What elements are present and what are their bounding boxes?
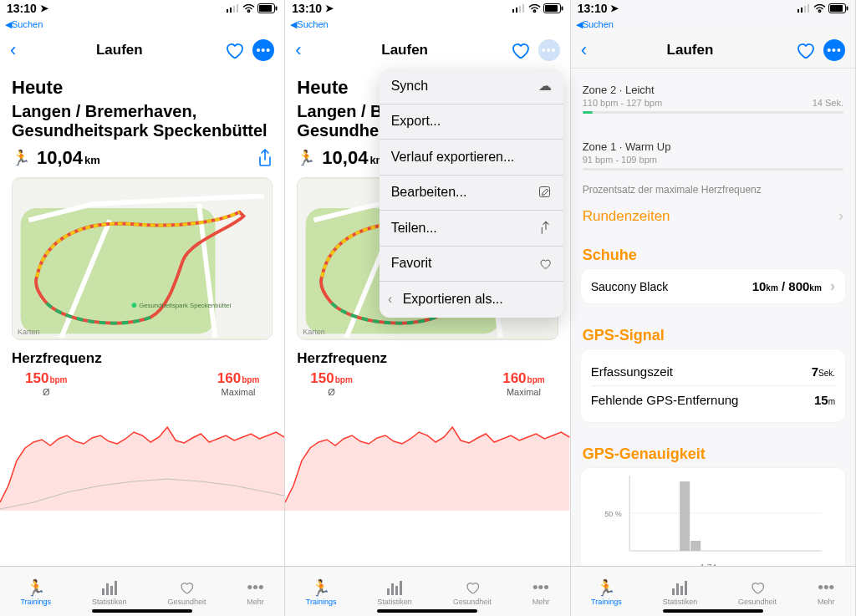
bars-icon bbox=[101, 578, 118, 597]
back-button[interactable]: ‹ bbox=[581, 39, 587, 61]
menu-sync[interactable]: Synch☁︎ bbox=[380, 69, 563, 104]
zone-2: Zone 2 · Leicht 110 bpm - 127 bpm14 Sek. bbox=[581, 79, 845, 115]
tab-more[interactable]: •••Mehr bbox=[532, 578, 550, 606]
nav-bar: ‹ Laufen ••• bbox=[0, 32, 284, 69]
more-button[interactable]: ••• bbox=[823, 39, 845, 61]
tab-trainings[interactable]: 🏃Trainings bbox=[591, 578, 622, 606]
cloud-download-icon: ☁︎ bbox=[538, 78, 552, 94]
nav-bar: ‹ Laufen ••• bbox=[285, 32, 569, 69]
tab-health[interactable]: Gesundheit bbox=[167, 578, 206, 606]
heart-icon bbox=[795, 40, 815, 60]
tab-more[interactable]: •••Mehr bbox=[247, 578, 264, 606]
favorite-button[interactable] bbox=[222, 38, 246, 62]
tab-stats[interactable]: Statistiken bbox=[663, 578, 698, 606]
tab-stats[interactable]: Statistiken bbox=[377, 578, 412, 606]
svg-rect-18 bbox=[522, 4, 524, 13]
menu-share[interactable]: Teilen... bbox=[380, 211, 563, 247]
svg-rect-0 bbox=[227, 9, 228, 13]
svg-rect-27 bbox=[391, 583, 394, 595]
status-bar: 13:10➤ bbox=[285, 0, 569, 17]
svg-text:50 %: 50 % bbox=[604, 510, 622, 518]
status-time: 13:10 bbox=[7, 2, 37, 15]
signal-icon bbox=[797, 4, 811, 13]
location-arrow-icon: ➤ bbox=[325, 3, 334, 14]
battery-icon bbox=[828, 3, 848, 13]
screen-popover: 13:10➤ ◀ Suchen ‹ Laufen ••• Heute Lange… bbox=[285, 0, 570, 616]
tab-trainings[interactable]: 🏃Trainings bbox=[20, 578, 51, 606]
map-attribution: Karten bbox=[18, 328, 40, 336]
tab-health[interactable]: Gesundheit bbox=[453, 578, 492, 606]
gps-accuracy-chart: 50 % 1,74 m bbox=[581, 468, 845, 566]
day-label: Heute bbox=[0, 69, 284, 102]
svg-rect-14 bbox=[115, 581, 117, 595]
svg-rect-32 bbox=[804, 6, 806, 13]
svg-rect-35 bbox=[830, 5, 843, 12]
back-to-search[interactable]: ◀ Suchen bbox=[571, 17, 855, 32]
gps-signal-card: Erfassungszeit7Sek. Fehlende GPS-Entfern… bbox=[581, 349, 845, 422]
back-button[interactable]: ‹ bbox=[295, 39, 301, 61]
svg-rect-42 bbox=[690, 541, 701, 551]
shoe-row[interactable]: Saucony Black 10km / 800km › bbox=[581, 269, 845, 303]
hr-max-value: 160 bbox=[217, 370, 241, 386]
content: Heute Langen / Bremerhaven, Gesundheitsp… bbox=[0, 69, 284, 566]
svg-rect-45 bbox=[680, 586, 683, 595]
svg-rect-44 bbox=[676, 583, 679, 595]
svg-rect-46 bbox=[685, 581, 687, 595]
menu-favorite[interactable]: Favorit bbox=[380, 247, 563, 283]
battery-icon bbox=[257, 3, 278, 13]
svg-rect-28 bbox=[395, 586, 398, 595]
zone2-time: 14 Sek. bbox=[813, 98, 843, 108]
menu-export-history[interactable]: Verlauf exportieren... bbox=[380, 140, 563, 176]
location-arrow-icon: ➤ bbox=[610, 3, 619, 14]
nav-title: Laufen bbox=[16, 42, 222, 59]
home-indicator[interactable] bbox=[663, 609, 763, 613]
map-view[interactable]: Gesundheitspark Speckenbüttel Karten bbox=[12, 177, 273, 340]
map-svg: Gesundheitspark Speckenbüttel bbox=[13, 178, 272, 339]
status-bar: 13:10 ➤ bbox=[0, 0, 284, 17]
back-to-search[interactable]: ◀ Suchen bbox=[285, 17, 569, 32]
wifi-icon bbox=[242, 4, 255, 13]
screen-details: 13:10➤ ◀ Suchen ‹ Laufen ••• Zone 2 · Le… bbox=[571, 0, 856, 616]
svg-rect-21 bbox=[561, 7, 563, 11]
hr-title: Herzfrequenz bbox=[0, 340, 284, 370]
menu-export-as[interactable]: Exportieren als... bbox=[380, 282, 563, 318]
tab-health[interactable]: Gesundheit bbox=[738, 578, 777, 606]
tab-stats[interactable]: Statistiken bbox=[92, 578, 127, 606]
svg-rect-30 bbox=[797, 9, 799, 13]
location-arrow-icon: ➤ bbox=[40, 3, 48, 14]
hr-chart bbox=[0, 402, 284, 511]
lap-times-link[interactable]: Rundenzeiten› bbox=[571, 197, 855, 235]
distance-row: 🏃 10,04km bbox=[0, 145, 284, 177]
chevron-right-icon: › bbox=[830, 277, 835, 294]
signal-icon bbox=[227, 4, 240, 13]
more-button[interactable]: ••• bbox=[252, 39, 274, 61]
home-indicator[interactable] bbox=[377, 609, 477, 613]
wifi-icon bbox=[528, 4, 541, 13]
more-menu: Synch☁︎ Export... Verlauf exportieren...… bbox=[380, 69, 563, 318]
menu-edit[interactable]: Bearbeiten... bbox=[380, 176, 563, 211]
tab-more[interactable]: •••Mehr bbox=[818, 578, 835, 606]
tab-bar: 🏃Trainings Statistiken Gesundheit •••Meh… bbox=[0, 566, 284, 616]
home-indicator[interactable] bbox=[92, 609, 192, 613]
share-button[interactable] bbox=[257, 149, 273, 167]
back-button[interactable]: ‹ bbox=[10, 39, 16, 61]
more-button[interactable]: ••• bbox=[538, 39, 560, 61]
shoe-name: Saucony Black bbox=[591, 280, 669, 293]
tab-trainings[interactable]: 🏃Trainings bbox=[306, 578, 337, 606]
shoes-header: Schuhe bbox=[571, 235, 855, 269]
signal-icon bbox=[512, 4, 526, 13]
screen-summary: 13:10 ➤ ◀ Suchen ‹ Laufen ••• Heute Lang… bbox=[0, 0, 285, 616]
heart-icon bbox=[510, 40, 530, 60]
favorite-button[interactable] bbox=[508, 38, 532, 62]
favorite-button[interactable] bbox=[793, 38, 817, 62]
svg-rect-6 bbox=[276, 7, 278, 11]
hr-avg-value: 150 bbox=[25, 370, 48, 386]
runner-icon: 🏃 bbox=[297, 149, 315, 167]
heart-icon bbox=[224, 40, 244, 60]
svg-text:Gesundheitspark Speckenbüttel: Gesundheitspark Speckenbüttel bbox=[139, 302, 231, 309]
back-to-search[interactable]: ◀ Suchen bbox=[0, 17, 284, 32]
menu-export[interactable]: Export... bbox=[380, 104, 563, 140]
location-title: Langen / Bremerhaven, Gesundheitspark Sp… bbox=[0, 102, 284, 145]
nav-bar: ‹ Laufen ••• bbox=[571, 32, 855, 69]
gps-accuracy-header: GPS-Genauigkeit bbox=[571, 434, 855, 468]
